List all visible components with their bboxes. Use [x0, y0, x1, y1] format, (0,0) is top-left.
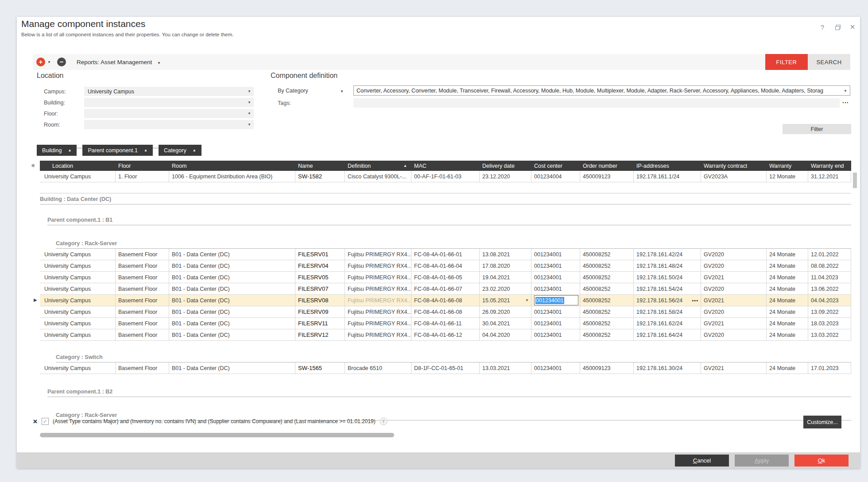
table-cell[interactable]: GV2021 [701, 295, 767, 306]
table-cell[interactable]: 12 Monate [767, 171, 808, 182]
table-cell[interactable]: GV2020 [701, 306, 767, 317]
table-cell[interactable]: B01 - Data Center (DC) [169, 329, 295, 340]
table-row[interactable]: University CampusBasement FloorB01 - Dat… [40, 260, 851, 272]
group-chip-parent-component-1[interactable]: Parent component.1▲ [82, 145, 153, 156]
table-cell[interactable]: Fujitsu PRIMERGY RX4... [345, 283, 411, 294]
table-cell[interactable]: B01 - Data Center (DC) [169, 283, 295, 294]
vertical-scrollbar-thumb[interactable] [853, 173, 857, 188]
table-cell[interactable]: University Campus [40, 249, 116, 260]
column-header-room[interactable]: Room [169, 161, 295, 171]
table-cell[interactable]: 001234001 [531, 249, 580, 260]
table-cell[interactable]: 450008252 [580, 318, 634, 329]
table-cell[interactable]: 00-AF-1F-01-61-03 [411, 171, 480, 182]
table-cell[interactable]: University Campus [40, 329, 116, 340]
table-cell[interactable]: GV2021 [701, 362, 767, 374]
table-cell[interactable]: University Campus [40, 318, 116, 329]
group-chip-building[interactable]: Building▲ [37, 145, 77, 156]
search-tab-button[interactable]: SEARCH [808, 54, 850, 70]
table-cell[interactable]: Basement Floor [116, 283, 169, 294]
table-row[interactable]: University CampusBasement FloorB01 - Dat… [40, 362, 851, 374]
column-header-location[interactable]: Location [40, 161, 116, 171]
table-cell[interactable]: FC-08-4A-01-66-07 [411, 283, 480, 294]
column-header-name[interactable]: Name [295, 161, 345, 171]
column-header-cost-center[interactable]: Cost center [531, 161, 580, 171]
table-cell[interactable]: 001234001 [531, 329, 580, 340]
table-cell[interactable]: University Campus [40, 283, 116, 294]
table-cell[interactable]: FC-08-4A-01-66-08 [411, 295, 480, 306]
table-cell[interactable]: 001234001 [531, 318, 580, 329]
table-cell[interactable]: 04.04.2023 [808, 295, 851, 306]
table-cell[interactable]: GV2020 [701, 249, 767, 260]
table-cell[interactable]: 24 Monate [767, 249, 808, 260]
table-cell[interactable]: 192.178.161.42/24 [634, 249, 701, 260]
table-cell[interactable]: 450008252 [580, 260, 634, 271]
table-cell[interactable]: 450009123 [580, 362, 634, 374]
table-row[interactable]: University CampusBasement FloorB01 - Dat… [40, 306, 851, 318]
column-header-order-number[interactable]: Order number [580, 161, 634, 171]
table-row[interactable]: University CampusBasement FloorB01 - Dat… [40, 295, 851, 306]
table-cell[interactable]: B01 - Data Center (DC) [169, 249, 295, 260]
ip-more-button[interactable]: ••• [692, 298, 698, 303]
cost-center-edit-input[interactable]: 001234001 [534, 295, 578, 305]
ok-button[interactable]: Ok [794, 455, 849, 467]
table-cell[interactable]: 450008252 [580, 306, 634, 317]
table-cell[interactable]: 13.03.2022 [808, 329, 851, 340]
table-cell[interactable]: 001234001 [531, 272, 580, 283]
column-header-floor[interactable]: Floor [116, 161, 169, 171]
table-cell[interactable]: FILESRV11 [295, 318, 345, 329]
category-value-field[interactable]: Converter, Accessory, Converter, Module,… [353, 85, 850, 96]
table-row[interactable]: University CampusBasement FloorB01 - Dat… [40, 283, 851, 295]
table-cell[interactable]: Basement Floor [116, 306, 169, 317]
filter-tab-button[interactable]: FILTER [765, 54, 808, 70]
table-cell[interactable]: 001234004 [531, 171, 580, 182]
table-cell[interactable]: 23.12.2020 [480, 171, 531, 182]
filter-funnel-icon[interactable] [380, 417, 388, 425]
table-cell[interactable]: Fujitsu PRIMERGY RX4... [345, 306, 411, 317]
table-cell[interactable]: Basement Floor [116, 272, 169, 283]
table-cell[interactable]: SW-1565 [295, 362, 345, 374]
column-header-delivery-date[interactable]: Delivery date [480, 161, 531, 171]
table-row[interactable]: University CampusBasement FloorB01 - Dat… [40, 329, 851, 341]
table-cell[interactable]: FILESRV04 [295, 260, 345, 271]
table-cell[interactable]: Cisco Catalyst 9300L-... [345, 171, 411, 182]
apply-filter-button[interactable]: Filter [783, 124, 851, 134]
table-row[interactable]: University CampusBasement FloorB01 - Dat… [40, 318, 851, 329]
cancel-button[interactable]: Cancel [675, 455, 729, 467]
table-cell[interactable]: B01 - Data Center (DC) [169, 295, 295, 306]
table-cell[interactable]: FILESRV05 [295, 272, 345, 283]
table-cell[interactable]: Basement Floor [116, 260, 169, 271]
table-cell[interactable]: 1. Floor [116, 171, 169, 182]
table-cell[interactable]: 450008252 [580, 272, 634, 283]
table-cell[interactable]: FC-08-4A-01-66-11 [411, 318, 480, 329]
table-cell[interactable]: FILESRV09 [295, 306, 345, 317]
table-cell[interactable]: 24 Monate [767, 272, 808, 283]
table-cell[interactable]: 450008252 [580, 283, 634, 294]
column-header-definition[interactable]: Definition▲ [345, 161, 411, 171]
customize-button[interactable]: Customize... [803, 416, 841, 428]
table-cell[interactable]: 192.178.161.30/24 [634, 362, 701, 374]
table-cell[interactable]: University Campus [40, 272, 116, 283]
table-row[interactable]: University CampusBasement FloorB01 - Dat… [40, 249, 851, 260]
table-cell[interactable]: 192.178.161.64/24 [634, 329, 701, 340]
table-cell[interactable]: University Campus [40, 260, 116, 271]
by-category-dropdown[interactable]: By Category [278, 88, 308, 94]
remove-instance-button[interactable]: − [57, 58, 66, 66]
horizontal-scrollbar-thumb[interactable] [40, 433, 394, 437]
table-cell[interactable]: Basement Floor [116, 318, 169, 329]
table-cell[interactable]: University Campus [40, 306, 116, 317]
table-cell[interactable]: 30.04.2021 [480, 318, 531, 329]
table-cell[interactable]: B01 - Data Center (DC) [169, 260, 295, 271]
table-cell[interactable]: 001234001 [531, 295, 580, 306]
table-cell[interactable]: 31.12.2021 [808, 171, 851, 182]
tags-input[interactable] [353, 98, 840, 108]
table-row[interactable]: University Campus1. Floor1006 - Equipmen… [40, 171, 851, 182]
table-cell[interactable]: 192.178.161.54/24 [634, 283, 701, 294]
table-cell[interactable]: 192.178.161.50/24 [634, 272, 701, 283]
table-cell[interactable]: FC-08-4A-01-66-05 [411, 272, 480, 283]
table-cell[interactable]: 001234001 [531, 306, 580, 317]
help-icon[interactable]: ? [818, 22, 827, 32]
restore-window-icon[interactable] [833, 22, 842, 32]
table-cell[interactable]: Fujitsu PRIMERGY RX4... [345, 260, 411, 271]
table-cell[interactable]: Fujitsu PRIMERGY RX4... [345, 272, 411, 283]
table-cell[interactable]: 17.08.2020 [480, 260, 531, 271]
